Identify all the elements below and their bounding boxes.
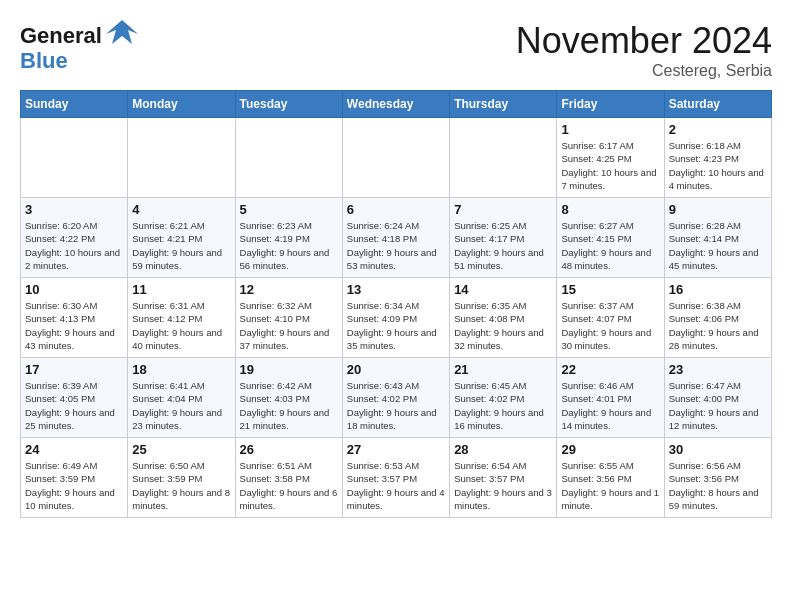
day-number: 7 [454, 202, 552, 217]
day-info: Sunrise: 6:32 AM Sunset: 4:10 PM Dayligh… [240, 299, 338, 352]
day-info: Sunrise: 6:28 AM Sunset: 4:14 PM Dayligh… [669, 219, 767, 272]
day-info: Sunrise: 6:24 AM Sunset: 4:18 PM Dayligh… [347, 219, 445, 272]
day-info: Sunrise: 6:45 AM Sunset: 4:02 PM Dayligh… [454, 379, 552, 432]
day-cell [235, 118, 342, 198]
day-cell: 2Sunrise: 6:18 AM Sunset: 4:23 PM Daylig… [664, 118, 771, 198]
day-number: 25 [132, 442, 230, 457]
day-info: Sunrise: 6:27 AM Sunset: 4:15 PM Dayligh… [561, 219, 659, 272]
day-header-wednesday: Wednesday [342, 91, 449, 118]
day-info: Sunrise: 6:35 AM Sunset: 4:08 PM Dayligh… [454, 299, 552, 352]
day-header-tuesday: Tuesday [235, 91, 342, 118]
day-cell: 11Sunrise: 6:31 AM Sunset: 4:12 PM Dayli… [128, 278, 235, 358]
calendar-table: SundayMondayTuesdayWednesdayThursdayFrid… [20, 90, 772, 518]
day-number: 5 [240, 202, 338, 217]
day-info: Sunrise: 6:51 AM Sunset: 3:58 PM Dayligh… [240, 459, 338, 512]
day-number: 29 [561, 442, 659, 457]
day-cell: 20Sunrise: 6:43 AM Sunset: 4:02 PM Dayli… [342, 358, 449, 438]
day-cell: 13Sunrise: 6:34 AM Sunset: 4:09 PM Dayli… [342, 278, 449, 358]
day-cell: 29Sunrise: 6:55 AM Sunset: 3:56 PM Dayli… [557, 438, 664, 518]
day-header-saturday: Saturday [664, 91, 771, 118]
day-info: Sunrise: 6:39 AM Sunset: 4:05 PM Dayligh… [25, 379, 123, 432]
day-number: 30 [669, 442, 767, 457]
day-number: 15 [561, 282, 659, 297]
day-cell: 10Sunrise: 6:30 AM Sunset: 4:13 PM Dayli… [21, 278, 128, 358]
svg-marker-0 [106, 20, 138, 44]
week-row-4: 17Sunrise: 6:39 AM Sunset: 4:05 PM Dayli… [21, 358, 772, 438]
day-info: Sunrise: 6:53 AM Sunset: 3:57 PM Dayligh… [347, 459, 445, 512]
day-number: 2 [669, 122, 767, 137]
page-header: General Blue November 2024 Cestereg, Ser… [20, 20, 772, 80]
day-info: Sunrise: 6:42 AM Sunset: 4:03 PM Dayligh… [240, 379, 338, 432]
day-cell: 8Sunrise: 6:27 AM Sunset: 4:15 PM Daylig… [557, 198, 664, 278]
day-number: 24 [25, 442, 123, 457]
day-number: 21 [454, 362, 552, 377]
day-cell: 12Sunrise: 6:32 AM Sunset: 4:10 PM Dayli… [235, 278, 342, 358]
day-info: Sunrise: 6:47 AM Sunset: 4:00 PM Dayligh… [669, 379, 767, 432]
calendar-header-row: SundayMondayTuesdayWednesdayThursdayFrid… [21, 91, 772, 118]
day-cell: 17Sunrise: 6:39 AM Sunset: 4:05 PM Dayli… [21, 358, 128, 438]
day-cell: 27Sunrise: 6:53 AM Sunset: 3:57 PM Dayli… [342, 438, 449, 518]
day-number: 22 [561, 362, 659, 377]
day-cell: 26Sunrise: 6:51 AM Sunset: 3:58 PM Dayli… [235, 438, 342, 518]
day-info: Sunrise: 6:50 AM Sunset: 3:59 PM Dayligh… [132, 459, 230, 512]
day-cell: 6Sunrise: 6:24 AM Sunset: 4:18 PM Daylig… [342, 198, 449, 278]
week-row-3: 10Sunrise: 6:30 AM Sunset: 4:13 PM Dayli… [21, 278, 772, 358]
day-info: Sunrise: 6:20 AM Sunset: 4:22 PM Dayligh… [25, 219, 123, 272]
day-number: 27 [347, 442, 445, 457]
day-info: Sunrise: 6:31 AM Sunset: 4:12 PM Dayligh… [132, 299, 230, 352]
day-number: 17 [25, 362, 123, 377]
day-number: 23 [669, 362, 767, 377]
day-cell: 5Sunrise: 6:23 AM Sunset: 4:19 PM Daylig… [235, 198, 342, 278]
day-info: Sunrise: 6:23 AM Sunset: 4:19 PM Dayligh… [240, 219, 338, 272]
day-info: Sunrise: 6:56 AM Sunset: 3:56 PM Dayligh… [669, 459, 767, 512]
day-cell: 16Sunrise: 6:38 AM Sunset: 4:06 PM Dayli… [664, 278, 771, 358]
day-cell [128, 118, 235, 198]
day-info: Sunrise: 6:17 AM Sunset: 4:25 PM Dayligh… [561, 139, 659, 192]
week-row-2: 3Sunrise: 6:20 AM Sunset: 4:22 PM Daylig… [21, 198, 772, 278]
day-number: 28 [454, 442, 552, 457]
day-info: Sunrise: 6:37 AM Sunset: 4:07 PM Dayligh… [561, 299, 659, 352]
day-number: 14 [454, 282, 552, 297]
week-row-1: 1Sunrise: 6:17 AM Sunset: 4:25 PM Daylig… [21, 118, 772, 198]
day-number: 10 [25, 282, 123, 297]
day-cell: 28Sunrise: 6:54 AM Sunset: 3:57 PM Dayli… [450, 438, 557, 518]
day-info: Sunrise: 6:41 AM Sunset: 4:04 PM Dayligh… [132, 379, 230, 432]
month-title: November 2024 [516, 20, 772, 62]
day-cell [342, 118, 449, 198]
day-cell: 9Sunrise: 6:28 AM Sunset: 4:14 PM Daylig… [664, 198, 771, 278]
day-number: 13 [347, 282, 445, 297]
day-header-sunday: Sunday [21, 91, 128, 118]
day-cell: 30Sunrise: 6:56 AM Sunset: 3:56 PM Dayli… [664, 438, 771, 518]
day-number: 12 [240, 282, 338, 297]
day-info: Sunrise: 6:25 AM Sunset: 4:17 PM Dayligh… [454, 219, 552, 272]
day-info: Sunrise: 6:30 AM Sunset: 4:13 PM Dayligh… [25, 299, 123, 352]
day-number: 3 [25, 202, 123, 217]
day-number: 19 [240, 362, 338, 377]
day-info: Sunrise: 6:18 AM Sunset: 4:23 PM Dayligh… [669, 139, 767, 192]
day-cell: 7Sunrise: 6:25 AM Sunset: 4:17 PM Daylig… [450, 198, 557, 278]
day-cell: 23Sunrise: 6:47 AM Sunset: 4:00 PM Dayli… [664, 358, 771, 438]
day-cell: 25Sunrise: 6:50 AM Sunset: 3:59 PM Dayli… [128, 438, 235, 518]
week-row-5: 24Sunrise: 6:49 AM Sunset: 3:59 PM Dayli… [21, 438, 772, 518]
day-header-thursday: Thursday [450, 91, 557, 118]
day-number: 20 [347, 362, 445, 377]
logo: General Blue [20, 20, 140, 74]
day-info: Sunrise: 6:55 AM Sunset: 3:56 PM Dayligh… [561, 459, 659, 512]
day-cell: 22Sunrise: 6:46 AM Sunset: 4:01 PM Dayli… [557, 358, 664, 438]
day-cell: 19Sunrise: 6:42 AM Sunset: 4:03 PM Dayli… [235, 358, 342, 438]
day-number: 1 [561, 122, 659, 137]
calendar-body: 1Sunrise: 6:17 AM Sunset: 4:25 PM Daylig… [21, 118, 772, 518]
day-cell: 14Sunrise: 6:35 AM Sunset: 4:08 PM Dayli… [450, 278, 557, 358]
day-cell: 21Sunrise: 6:45 AM Sunset: 4:02 PM Dayli… [450, 358, 557, 438]
day-cell: 3Sunrise: 6:20 AM Sunset: 4:22 PM Daylig… [21, 198, 128, 278]
day-info: Sunrise: 6:34 AM Sunset: 4:09 PM Dayligh… [347, 299, 445, 352]
day-number: 6 [347, 202, 445, 217]
day-cell: 18Sunrise: 6:41 AM Sunset: 4:04 PM Dayli… [128, 358, 235, 438]
day-cell [450, 118, 557, 198]
day-number: 8 [561, 202, 659, 217]
day-info: Sunrise: 6:46 AM Sunset: 4:01 PM Dayligh… [561, 379, 659, 432]
day-info: Sunrise: 6:54 AM Sunset: 3:57 PM Dayligh… [454, 459, 552, 512]
title-block: November 2024 Cestereg, Serbia [516, 20, 772, 80]
logo-bird-icon [104, 16, 140, 52]
day-info: Sunrise: 6:21 AM Sunset: 4:21 PM Dayligh… [132, 219, 230, 272]
